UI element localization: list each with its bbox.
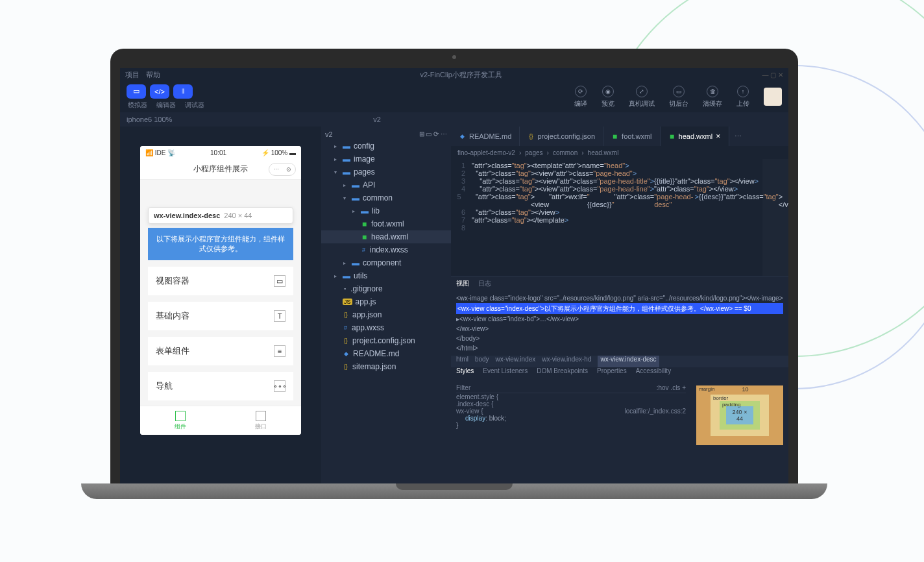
- editor-tab[interactable]: {}project.config.json: [520, 127, 603, 146]
- code-line[interactable]: 2 "attr">class="tag"><view "attr">class=…: [451, 169, 788, 177]
- editor-tab[interactable]: ◼head.wxml✕: [661, 127, 730, 146]
- elements-tree[interactable]: <wx-image class="index-logo" src="../res…: [451, 291, 788, 356]
- clear-cache-button[interactable]: 🗑清缓存: [703, 86, 722, 108]
- laptop-frame: 项目 帮助 v2-FinClip小程序开发工具 — ▢ ✕ ▭ </> ⫴ 模拟…: [110, 49, 798, 499]
- styles-tabs[interactable]: StylesEvent ListenersDOM BreakpointsProp…: [451, 367, 788, 380]
- box-model: margin10 border padding 240 × 44: [691, 380, 788, 483]
- styles-tab[interactable]: Styles: [456, 367, 474, 380]
- editor-tab[interactable]: ◼foot.wxml: [603, 127, 660, 146]
- list-item[interactable]: 基础内容T: [148, 302, 293, 330]
- list-item[interactable]: 表单组件≡: [148, 337, 293, 365]
- device-label: iphone6 100%: [127, 116, 172, 123]
- code-line[interactable]: 5 "attr">class="tag"><view "attr">wx:if=…: [451, 193, 788, 208]
- highlighted-element: 以下将展示小程序官方组件能力，组件样式仅供参考。: [148, 228, 293, 260]
- mode-debugger-button[interactable]: ⫴: [173, 84, 193, 99]
- compile-button[interactable]: ⟳编译: [574, 86, 587, 108]
- list-item[interactable]: 导航∘∘∘: [148, 372, 293, 400]
- styles-tab[interactable]: Properties: [597, 367, 627, 380]
- tab-components[interactable]: 组件: [140, 406, 221, 435]
- editor-tab[interactable]: ◆README.md: [451, 127, 520, 146]
- file-tree-item[interactable]: #app.wxss: [321, 321, 451, 334]
- elements-breadcrumb[interactable]: htmlbodywx-view.indexwx-view.index-hdwx-…: [451, 356, 788, 367]
- file-tree-item[interactable]: ▾▬pages: [321, 165, 451, 178]
- inspector-tooltip: wx-view.index-desc240 × 44: [148, 207, 293, 224]
- filter-input[interactable]: Filter: [456, 384, 470, 391]
- menu-help[interactable]: 帮助: [146, 70, 160, 80]
- code-editor[interactable]: 1"attr">class="tag"><template "attr">nam…: [451, 159, 788, 276]
- file-tree-item[interactable]: ◆README.md: [321, 347, 451, 360]
- breadcrumb[interactable]: fino-applet-demo-v2›pages›common›head.wx…: [451, 146, 788, 159]
- file-tree-item[interactable]: ◼foot.wxml: [321, 217, 451, 230]
- simulator-panel: 📶 IDE 📡 10:01 ⚡ 100% ▬ 小程序组件展示 ⋯⊙ wx-vie…: [120, 127, 321, 483]
- file-tree-item[interactable]: ▫.gitignore: [321, 282, 451, 295]
- file-tree-item[interactable]: ▸▬config: [321, 140, 451, 153]
- file-explorer: v2 ⊞ ▭ ⟳ ⋯ ▸▬config▸▬image▾▬pages▸▬API▾▬…: [321, 127, 451, 483]
- editor-panel: ◆README.md{}project.config.json◼foot.wxm…: [451, 127, 788, 483]
- code-line[interactable]: 1"attr">class="tag"><template "attr">nam…: [451, 162, 788, 169]
- phone-statusbar: 📶 IDE 📡 10:01 ⚡ 100% ▬: [140, 146, 301, 159]
- devtools-panel: 视图 日志 <wx-image class="index-logo" src="…: [451, 276, 788, 483]
- file-tree-item[interactable]: {}sitemap.json: [321, 360, 451, 373]
- window-title: v2-FinClip小程序开发工具: [160, 70, 762, 80]
- minimap[interactable]: [762, 159, 788, 276]
- devtools-tabs[interactable]: 视图 日志: [451, 276, 788, 291]
- tab-api[interactable]: 接口: [221, 406, 301, 435]
- tab-overflow[interactable]: ⋯: [729, 127, 747, 146]
- code-line[interactable]: 3 "attr">class="tag"><view "attr">class=…: [451, 177, 788, 185]
- code-line[interactable]: 6 "attr">class="tag"></view>: [451, 208, 788, 216]
- file-tree-item[interactable]: ▸▬utils: [321, 269, 451, 282]
- project-root[interactable]: v2: [325, 130, 333, 138]
- background-button[interactable]: ▭切后台: [669, 86, 688, 108]
- hov-toggle[interactable]: :hov .cls +: [657, 384, 686, 391]
- remote-debug-button[interactable]: ⤢真机调试: [629, 86, 655, 108]
- window-controls[interactable]: — ▢ ✕: [762, 71, 783, 79]
- file-tree-item[interactable]: #index.wxss: [321, 243, 451, 256]
- file-tree-item[interactable]: ▸▬component: [321, 256, 451, 269]
- page-title: 小程序组件展示: [193, 164, 248, 175]
- file-tree-item[interactable]: ◼head.wxml: [321, 230, 451, 243]
- list-item[interactable]: 视图容器▭: [148, 267, 293, 295]
- menubar: 项目 帮助 v2-FinClip小程序开发工具 — ▢ ✕: [120, 68, 788, 81]
- capsule-menu[interactable]: ⋯⊙: [269, 163, 296, 176]
- code-line[interactable]: 8: [451, 224, 788, 232]
- file-tree-item[interactable]: {}project.config.json: [321, 334, 451, 347]
- upload-button[interactable]: ↑上传: [736, 86, 749, 108]
- code-line[interactable]: 7"attr">class="tag"></template>: [451, 216, 788, 224]
- code-line[interactable]: 4 "attr">class="tag"><view "attr">class=…: [451, 185, 788, 193]
- file-tree-item[interactable]: ▸▬API: [321, 178, 451, 191]
- file-tree-item[interactable]: ▸▬lib: [321, 204, 451, 217]
- menu-project[interactable]: 项目: [125, 70, 140, 80]
- phone-simulator[interactable]: 📶 IDE 📡 10:01 ⚡ 100% ▬ 小程序组件展示 ⋯⊙ wx-vie…: [140, 146, 301, 435]
- mode-label: 编辑器: [156, 101, 176, 110]
- styles-tab[interactable]: Event Listeners: [483, 367, 528, 380]
- phone-tabbar: 组件 接口: [140, 406, 301, 435]
- toolbar: ▭ </> ⫴ 模拟器 编辑器 调试器 ⟳编译 ◉预览 ⤢真机调试 ▭切后台: [120, 81, 788, 112]
- file-tree-item[interactable]: ▸▬image: [321, 153, 451, 165]
- styles-tab[interactable]: Accessibility: [636, 367, 671, 380]
- mode-editor-button[interactable]: </>: [150, 84, 169, 99]
- project-label: v2: [373, 116, 381, 123]
- file-tree-item[interactable]: ▾▬common: [321, 191, 451, 204]
- mode-label: 模拟器: [128, 101, 147, 110]
- mode-label: 调试器: [185, 101, 204, 110]
- editor-tabs: ◆README.md{}project.config.json◼foot.wxm…: [451, 127, 788, 146]
- mode-simulator-button[interactable]: ▭: [127, 84, 146, 99]
- camera-dot: [452, 55, 456, 59]
- status-bar: iphone6 100% v2: [120, 112, 788, 127]
- file-tree-item[interactable]: JSapp.js: [321, 295, 451, 308]
- explorer-actions[interactable]: ⊞ ▭ ⟳ ⋯: [419, 130, 447, 138]
- app-screen: 项目 帮助 v2-FinClip小程序开发工具 — ▢ ✕ ▭ </> ⫴ 模拟…: [120, 68, 788, 483]
- avatar[interactable]: [764, 88, 782, 106]
- phone-navbar: 小程序组件展示 ⋯⊙: [140, 159, 301, 180]
- preview-button[interactable]: ◉预览: [602, 86, 614, 108]
- styles-tab[interactable]: DOM Breakpoints: [537, 367, 588, 380]
- styles-panel[interactable]: Filter :hov .cls + element.style {.index…: [451, 380, 691, 483]
- file-tree-item[interactable]: {}app.json: [321, 308, 451, 321]
